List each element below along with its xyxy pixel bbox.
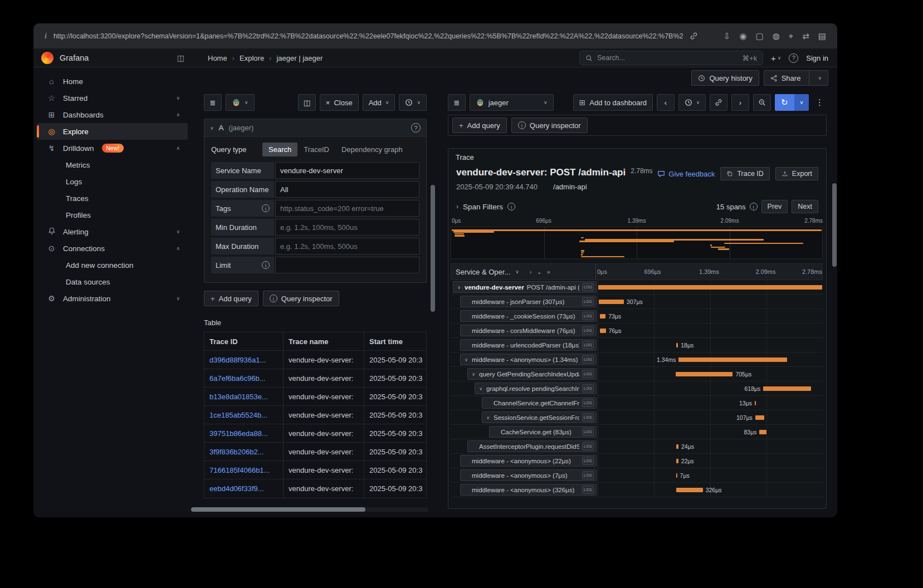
chevron-down-icon[interactable]: ∨ — [456, 285, 462, 290]
kebab-menu-icon[interactable]: ⋮ — [813, 97, 827, 107]
table-row[interactable]: 1ce185ab5524b...vendure-dev-server:2025-… — [204, 406, 426, 424]
info-icon[interactable]: i — [262, 204, 270, 212]
service-name-select[interactable]: vendure-dev-server — [275, 162, 419, 179]
sidebar-item-dashboards[interactable]: ⊞Dashboards∧ — [37, 106, 188, 123]
trace-id-link[interactable]: eebd4d06f33f9... — [204, 479, 284, 498]
trace-id-button[interactable]: Trace ID — [720, 167, 769, 180]
collapse-one-icon[interactable]: › — [530, 268, 532, 275]
span-row[interactable]: AssetInterceptorPlugin.requestDidSLOG24μ… — [451, 439, 823, 454]
sidebar-item-explore[interactable]: ◎Explore — [37, 123, 188, 140]
target-icon[interactable]: ⌖ — [789, 31, 793, 41]
query-list-button[interactable]: ≣ — [204, 94, 222, 111]
table-row[interactable]: d396d88f936a1...vendure-dev-server:2025-… — [204, 351, 426, 369]
chevron-down-icon[interactable]: ∨ — [485, 415, 491, 420]
swap-icon[interactable]: ⇄ — [802, 31, 809, 41]
span-filters-label[interactable]: Span Filters — [463, 203, 503, 211]
max-duration-input[interactable] — [275, 238, 419, 254]
export-button[interactable]: Export — [775, 167, 818, 180]
left-pane-scrollbar[interactable] — [431, 89, 435, 517]
sidebar-item-metrics[interactable]: Metrics — [37, 156, 188, 173]
help-icon[interactable]: ? — [789, 53, 798, 63]
span-bar[interactable] — [676, 473, 677, 478]
info-icon[interactable]: i — [750, 203, 758, 210]
table-row[interactable]: 7166185f4066b1...vendure-dev-server:2025… — [204, 461, 426, 479]
span-row[interactable]: ∨SessionService.getSessionFroLOG107μs — [451, 410, 823, 425]
span-bar[interactable] — [598, 285, 822, 290]
globe-icon[interactable]: ◍ — [773, 31, 780, 41]
log-chip[interactable]: LOG — [582, 428, 594, 436]
table-row[interactable]: eebd4d06f33f9...vendure-dev-server:2025-… — [204, 479, 426, 498]
sidebar-item-add-new-connection[interactable]: Add new connection — [37, 257, 188, 273]
expand-all-icon[interactable]: » — [547, 268, 550, 275]
chevron-down-icon[interactable]: ∨ — [478, 386, 484, 391]
log-chip[interactable]: LOG — [582, 326, 594, 335]
search-input[interactable]: Search... ⌘+k — [579, 51, 763, 65]
log-chip[interactable]: LOG — [582, 413, 594, 422]
trace-id-link[interactable]: b13e8da01853e... — [204, 388, 284, 405]
span-bar[interactable] — [678, 357, 787, 362]
span-bar[interactable] — [763, 386, 811, 391]
url-bar[interactable]: http://localhost:3200/explore?schemaVers… — [53, 32, 683, 40]
log-chip[interactable]: LOG — [582, 297, 594, 306]
table-row[interactable]: 39751b86eda88...vendure-dev-server:2025-… — [204, 424, 426, 443]
span-name[interactable]: CacheService.get (83μs)LOG — [489, 426, 597, 438]
span-filters-expand-icon[interactable]: › — [456, 203, 458, 210]
info-icon[interactable]: i — [262, 261, 270, 269]
tab-search[interactable]: Search — [262, 143, 297, 156]
datasource-picker-right[interactable]: jaeger ∨ — [470, 94, 554, 111]
run-query-button[interactable]: ↻ ∨ — [775, 94, 809, 111]
expand-one-icon[interactable]: ⌄ — [537, 268, 542, 276]
copy-link-icon[interactable] — [690, 32, 698, 40]
trace-id-link[interactable]: 39751b86eda88... — [204, 424, 284, 442]
window-icon[interactable]: ▢ — [756, 31, 764, 41]
span-name[interactable]: ChannelService.getChannelFroLOG — [482, 397, 597, 409]
chevron-down-icon[interactable]: ∨ — [515, 269, 519, 275]
give-feedback-link[interactable]: Give feedback — [657, 170, 715, 178]
sidebar-item-drilldown[interactable]: ↯DrilldownNew!∧ — [37, 140, 188, 156]
span-name[interactable]: middleware - jsonParser (307μs)LOG — [460, 296, 597, 307]
tab-dependency-graph[interactable]: Dependency graph — [335, 143, 409, 156]
span-row[interactable]: middleware - <anonymous> (7μs)LOG7μs — [451, 468, 823, 483]
span-bar[interactable] — [676, 459, 678, 463]
sidebar-item-administration[interactable]: ⚙Administration∨ — [37, 290, 188, 307]
trace-minimap[interactable] — [451, 227, 823, 259]
span-row[interactable]: middleware - corsMiddleware (76μs)LOG76μ… — [451, 324, 823, 338]
horizontal-scrollbar[interactable] — [191, 507, 428, 512]
right-pane-scrollbar[interactable] — [832, 89, 837, 517]
span-bar[interactable] — [759, 430, 766, 434]
span-bar[interactable] — [676, 444, 678, 449]
tab-traceid[interactable]: TraceID — [297, 143, 335, 156]
span-name[interactable]: ∨query GetPendingSearchIndexUpdaLOG — [467, 368, 597, 380]
add-dropdown-button[interactable]: Add ∨ — [363, 94, 395, 111]
zoom-out-button[interactable] — [753, 94, 771, 111]
sidebar-toggle-icon[interactable]: ◫ — [177, 53, 184, 62]
span-bar[interactable] — [600, 329, 606, 333]
span-name[interactable]: middleware - <anonymous> (22μs)LOG — [460, 455, 597, 467]
table-row[interactable]: b13e8da01853e...vendure-dev-server:2025-… — [204, 388, 426, 406]
shortlink-button[interactable] — [710, 94, 727, 111]
prev-button[interactable]: Prev — [761, 200, 788, 213]
span-bar[interactable] — [676, 372, 733, 376]
sidebar-item-starred[interactable]: ☆Starred∨ — [37, 90, 188, 106]
query-inspector-button[interactable]: iQuery inspector — [263, 291, 339, 306]
trace-id-link[interactable]: 7166185f4066b1... — [204, 461, 284, 479]
span-row[interactable]: ∨middleware - <anonymous> (1.34ms)LOG1.3… — [451, 352, 823, 367]
span-row[interactable]: ∨graphql.resolve pendingSearchInLOG618μs — [451, 381, 823, 396]
time-picker-left[interactable]: ∨ — [399, 94, 427, 111]
screenshot-icon[interactable]: ◉ — [739, 31, 746, 41]
col-trace-name[interactable]: Trace name — [284, 332, 364, 350]
span-name[interactable]: middleware - corsMiddleware (76μs)LOG — [460, 325, 597, 336]
table-row[interactable]: 6a7ef6ba6c96b...vendure-dev-server:2025-… — [204, 369, 426, 388]
sidebar-item-logs[interactable]: Logs — [37, 173, 188, 190]
col-start-time[interactable]: Start time — [364, 332, 426, 350]
min-duration-input[interactable] — [275, 219, 419, 236]
datasource-picker-left[interactable]: ∨ — [226, 94, 255, 111]
log-chip[interactable]: LOG — [582, 457, 594, 465]
sidebar-item-alerting[interactable]: Alerting∨ — [37, 223, 188, 240]
span-row[interactable]: middleware - <anonymous> (22μs)LOG22μs — [451, 454, 823, 468]
log-chip[interactable]: LOG — [582, 384, 594, 393]
log-chip[interactable]: LOG — [582, 283, 594, 291]
trace-id-link[interactable]: 6a7ef6ba6c96b... — [204, 369, 284, 387]
log-chip[interactable]: LOG — [582, 341, 594, 349]
span-name[interactable]: middleware - <anonymous> (326μs)LOG — [460, 484, 597, 496]
